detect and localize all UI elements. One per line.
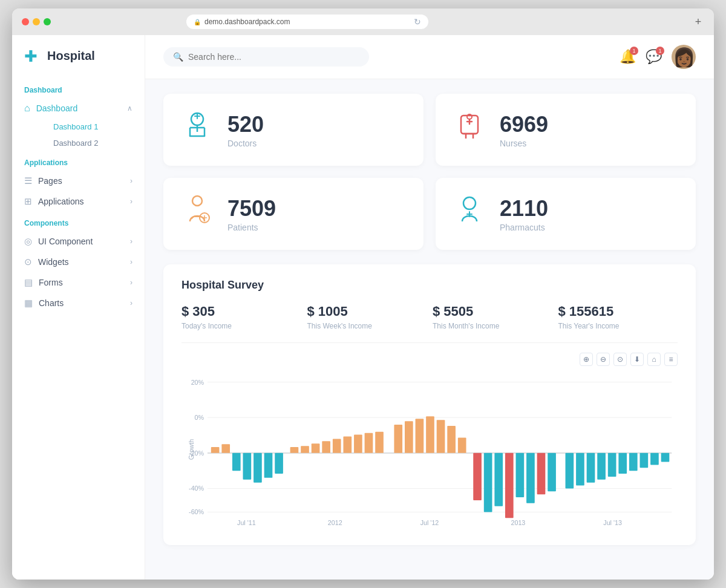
nurses-icon — [454, 111, 485, 149]
svg-rect-37 — [221, 444, 230, 453]
sidebar-item-charts[interactable]: ▦ Charts › — [12, 293, 145, 313]
pharmacuts-icon — [454, 195, 485, 233]
svg-text:Growth: Growth — [188, 439, 195, 460]
close-button[interactable] — [22, 18, 29, 25]
message-badge: 1 — [656, 47, 664, 55]
bar-chart: 20% 0% -20% -40% -60% Growth — [182, 371, 678, 528]
refresh-icon[interactable]: ↻ — [414, 17, 421, 27]
sidebar-item-widgets[interactable]: ⊙ Widgets › — [12, 252, 145, 272]
chart-area: 20% 0% -20% -40% -60% Growth — [182, 371, 678, 531]
svg-text:-60%: -60% — [189, 508, 204, 515]
svg-rect-66 — [548, 453, 556, 491]
home-icon: ⌂ — [24, 103, 30, 114]
logo-icon — [24, 47, 41, 64]
svg-point-15 — [192, 196, 202, 206]
svg-rect-41 — [264, 453, 273, 478]
svg-rect-46 — [322, 441, 330, 453]
chevron-right-icon3: › — [130, 237, 132, 246]
svg-rect-65 — [537, 453, 546, 494]
pages-icon: ☰ — [24, 175, 32, 186]
doctors-info: 520 Doctors — [227, 112, 264, 148]
svg-rect-42 — [275, 453, 283, 474]
svg-rect-50 — [365, 433, 373, 453]
svg-rect-39 — [243, 453, 252, 480]
browser-toolbar: 🔒 demo.dashboardpack.com ↻ + — [12, 8, 714, 35]
forms-label: Forms — [39, 278, 63, 287]
income-month: $ 5505 This Month's Income — [433, 304, 552, 330]
applications-label: Applications — [38, 197, 84, 206]
minimize-button[interactable] — [33, 18, 40, 25]
section-label-dashboard: Dashboard — [12, 79, 145, 98]
svg-rect-74 — [640, 453, 649, 468]
svg-rect-62 — [505, 453, 514, 518]
sidebar-item-dashboard1[interactable]: Dashboard 1 — [41, 119, 145, 135]
logo: Hospital — [12, 47, 145, 79]
messages-button[interactable]: 💬 1 — [646, 49, 662, 65]
home-chart-button[interactable]: ⌂ — [647, 353, 661, 366]
url-bar[interactable]: 🔒 demo.dashboardpack.com ↻ — [186, 15, 428, 29]
window-controls — [22, 18, 51, 25]
year-amount: $ 155615 — [558, 304, 678, 319]
svg-rect-56 — [437, 420, 445, 453]
svg-rect-71 — [608, 453, 616, 477]
today-period: Today's Income — [182, 322, 301, 330]
week-period: This Week's Income — [307, 322, 427, 330]
svg-rect-49 — [354, 435, 362, 453]
sidebar-item-applications[interactable]: ⊞ Applications › — [12, 191, 145, 212]
zoom-in-button[interactable]: ⊕ — [580, 353, 593, 366]
chevron-right-icon5: › — [130, 278, 132, 287]
svg-rect-58 — [458, 437, 466, 452]
stat-grid: 520 Doctors — [163, 94, 696, 250]
svg-rect-61 — [494, 453, 503, 506]
today-amount: $ 305 — [182, 304, 301, 319]
app-container: Hospital Dashboard ⌂ Dashboard ∧ Dashboa… — [12, 35, 714, 580]
hospital-survey: Hospital Survey $ 305 Today's Income $ 1… — [163, 264, 696, 545]
sidebar-item-ui[interactable]: ◎ UI Component › — [12, 231, 145, 252]
chevron-right-icon2: › — [130, 197, 132, 206]
logo-text: Hospital — [47, 49, 95, 63]
svg-text:-40%: -40% — [189, 485, 204, 492]
svg-rect-53 — [405, 421, 413, 453]
patients-icon — [182, 195, 213, 233]
svg-rect-57 — [447, 426, 456, 453]
income-year: $ 155615 This Year's Income — [558, 304, 678, 330]
user-avatar[interactable]: 👩🏾 — [672, 45, 696, 69]
svg-rect-72 — [618, 453, 627, 474]
dashboard-submenu: Dashboard 1 Dashboard 2 — [12, 119, 145, 151]
chevron-right-icon4: › — [130, 258, 132, 266]
notification-badge: 1 — [630, 47, 638, 55]
dashboard-label: Dashboard — [36, 103, 78, 113]
avatar-image: 👩🏾 — [673, 47, 695, 68]
svg-rect-60 — [484, 453, 492, 512]
sidebar-item-pages[interactable]: ☰ Pages › — [12, 171, 145, 191]
zoom-reset-button[interactable]: ⊙ — [613, 353, 627, 366]
download-button[interactable]: ⬇ — [630, 353, 644, 366]
header: 🔍 🔔 1 💬 1 👩🏾 — [145, 35, 714, 79]
svg-rect-59 — [473, 453, 482, 500]
svg-text:2012: 2012 — [328, 519, 342, 526]
svg-rect-38 — [232, 453, 241, 471]
search-box[interactable]: 🔍 — [163, 47, 369, 67]
main-content: 🔍 🔔 1 💬 1 👩🏾 — [145, 35, 714, 580]
zoom-out-button[interactable]: ⊖ — [597, 353, 610, 366]
menu-button[interactable]: ≡ — [664, 353, 678, 366]
maximize-button[interactable] — [44, 18, 51, 25]
svg-text:Jul '12: Jul '12 — [420, 519, 439, 526]
sidebar-item-forms[interactable]: ▤ Forms › — [12, 272, 145, 293]
sidebar-item-dashboard[interactable]: ⌂ Dashboard ∧ — [12, 98, 145, 119]
chart-toolbar: ⊕ ⊖ ⊙ ⬇ ⌂ ≡ — [182, 353, 678, 366]
svg-rect-70 — [597, 453, 606, 480]
patients-count: 7509 — [227, 196, 276, 221]
month-amount: $ 5505 — [433, 304, 552, 319]
survey-title: Hospital Survey — [182, 279, 678, 292]
new-tab-button[interactable]: + — [692, 16, 704, 28]
url-text: demo.dashboardpack.com — [204, 18, 290, 26]
search-input[interactable] — [188, 52, 359, 62]
chevron-up-icon: ∧ — [127, 104, 132, 113]
svg-text:Jul '11: Jul '11 — [237, 519, 256, 526]
svg-text:20%: 20% — [191, 379, 204, 386]
pages-label: Pages — [38, 176, 62, 186]
sidebar-item-dashboard2[interactable]: Dashboard 2 — [41, 135, 145, 151]
svg-rect-76 — [661, 453, 670, 462]
notification-button[interactable]: 🔔 1 — [620, 49, 636, 65]
